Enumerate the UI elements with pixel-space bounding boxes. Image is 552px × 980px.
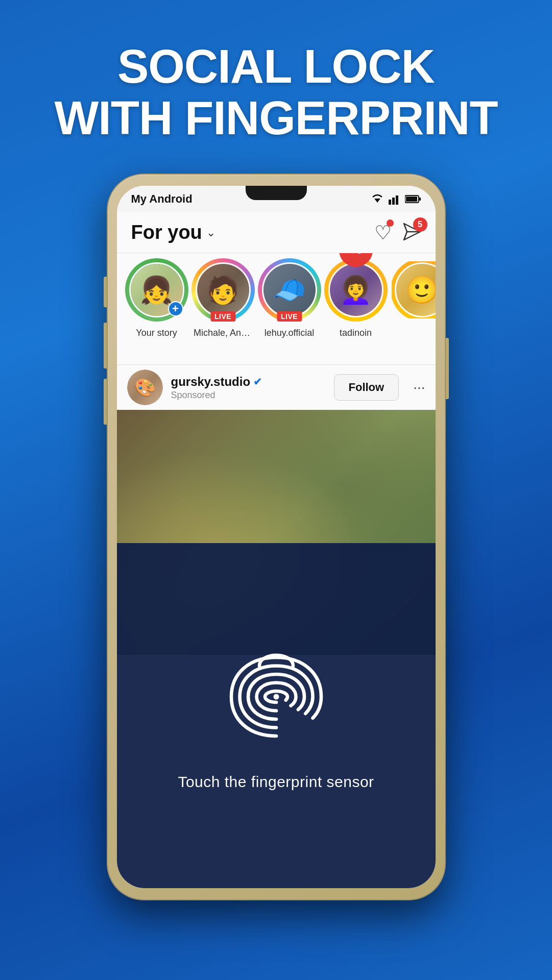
svg-rect-3 [396,195,398,205]
svg-marker-0 [374,199,380,203]
phone-screen: My Android [117,186,436,888]
story-avatar-wrap-4: ♥6 👩‍🦱 [327,261,385,318]
avatar-face-4: 👩‍🦱 [330,264,382,316]
svg-rect-1 [389,200,391,205]
fingerprint-prompt: Touch the fingerprint sensor [178,773,374,791]
for-you-label[interactable]: For you [131,222,202,243]
headline: SOCIAL LOCK WITH FINGERPRINT [23,41,528,144]
story-label-1: Your story [136,328,177,338]
story-avatar-2: 🧑 [196,262,251,317]
story-label-2: Michale, Anth... [194,328,252,338]
header-left[interactable]: For you ⌄ [131,222,215,243]
live-badge-2: LIVE [210,311,235,322]
wifi-icon [370,193,385,205]
messages-badge: 5 [413,217,427,232]
volume-mute-button [104,277,107,307]
avatar-face-5: 🙂 [396,264,436,316]
svg-point-9 [273,694,279,700]
post-username[interactable]: gursky.studio ✔ [171,375,326,389]
live-badge-3: LIVE [277,311,302,322]
post-user-info: gursky.studio ✔ Sponsored [171,375,326,401]
story-avatar-3: 🧢 [262,262,317,317]
phone-mockup: My Android [108,175,445,899]
post-avatar[interactable]: 🎨 [127,370,163,405]
stories-row: 👧 + Your story 🧑 LIVE [117,253,436,365]
post-subtitle: Sponsored [171,390,326,401]
story-item-5[interactable]: 🙂 [392,261,436,318]
story-avatar-wrap-3: 🧢 LIVE [261,261,318,318]
svg-rect-6 [419,198,421,201]
likes-button[interactable]: ♡ [374,222,392,244]
fingerprint-overlay: Touch the fingerprint sensor [117,543,436,888]
story-avatar-wrap-5: 🙂 [394,261,436,318]
heart-count-value: 6 [356,253,362,256]
device-name: My Android [131,192,193,206]
story-item-tadinoin[interactable]: ♥6 👩‍🦱 tadinoin [325,261,387,338]
status-icons [370,193,421,205]
header-right: ♡ 5 [374,222,421,244]
svg-rect-2 [392,198,395,205]
avatar-face-2: 🧑 [197,264,249,316]
app-header: For you ⌄ ♡ 5 [117,212,436,253]
battery-icon [405,194,421,204]
avatar-face-3: 🧢 [263,264,316,316]
volume-up-button [104,323,107,369]
story-avatar-4: 👩‍🦱 [328,262,383,317]
follow-button[interactable]: Follow [334,374,399,401]
story-avatar-wrap-2: 🧑 LIVE [195,261,252,318]
phone-notch [246,186,307,200]
heart-notification-dot [387,219,394,227]
story-avatar-5: 🙂 [395,262,436,317]
volume-down-button [104,379,107,425]
messages-button[interactable]: 5 [403,223,421,243]
story-label-4: tadinoin [340,328,372,338]
signal-icon [389,193,401,205]
more-options-button[interactable]: ··· [413,379,425,396]
story-item-lehuy[interactable]: 🧢 LIVE lehuy.official [259,261,320,338]
fingerprint-icon [220,641,332,753]
power-button [446,338,449,399]
dropdown-arrow-icon[interactable]: ⌄ [206,226,215,239]
headline-line1: SOCIAL LOCK [54,41,497,92]
story-item-michale[interactable]: 🧑 LIVE Michale, Anth... [193,261,254,338]
svg-rect-5 [406,197,417,202]
add-story-button[interactable]: + [168,301,183,316]
story-avatar-wrap-1: 👧 + [128,261,185,318]
post-header: 🎨 gursky.studio ✔ Sponsored Follow ··· [117,365,436,410]
story-label-3: lehuy.official [265,328,314,338]
verified-icon: ✔ [253,376,262,388]
headline-line2: WITH FINGERPRINT [54,92,497,144]
story-item-yours[interactable]: 👧 + Your story [126,261,187,338]
